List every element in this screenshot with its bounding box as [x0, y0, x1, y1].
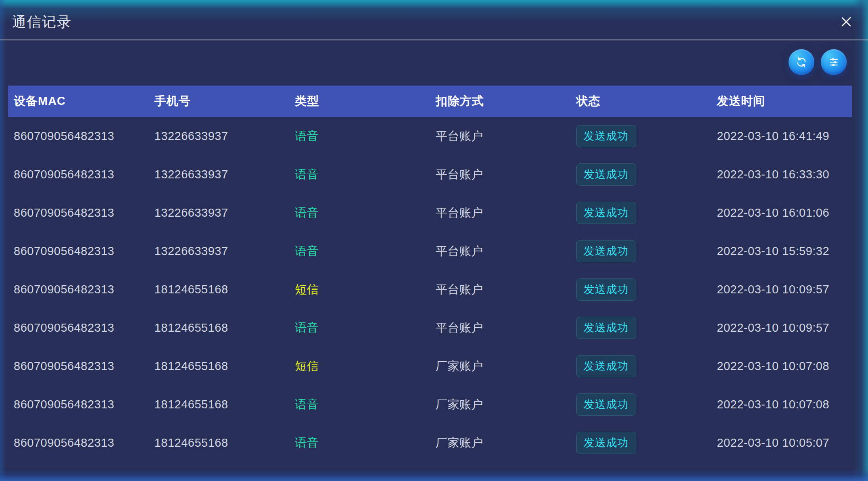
- table-body: 86070905648231313226633937语音平台账户发送成功2022…: [8, 117, 852, 462]
- status-badge: 发送成功: [576, 278, 636, 301]
- cell-device-mac: 860709056482313: [8, 130, 149, 143]
- cell-send-time: 2022-03-10 10:05:07: [711, 436, 852, 450]
- cell-send-time: 2022-03-10 10:09:57: [711, 283, 852, 296]
- cell-deduct-method: 平台账户: [430, 128, 571, 144]
- cell-deduct-method: 厂家账户: [430, 435, 571, 451]
- cell-type: 语音: [289, 435, 430, 451]
- cell-phone: 13226633937: [149, 206, 290, 220]
- cell-device-mac: 860709056482313: [8, 321, 149, 335]
- status-badge: 发送成功: [576, 202, 636, 224]
- cell-send-time: 2022-03-10 15:59:32: [711, 245, 852, 258]
- cell-type: 语音: [289, 167, 430, 183]
- cell-phone: 13226633937: [149, 245, 290, 258]
- modal-title: 通信记录: [12, 13, 72, 31]
- cell-deduct-method: 平台账户: [430, 167, 571, 183]
- cell-send-time: 2022-03-10 10:07:08: [711, 398, 852, 411]
- cell-status: 发送成功: [571, 393, 712, 416]
- cell-deduct-method: 厂家账户: [430, 397, 571, 413]
- cell-phone: 18124655168: [149, 321, 290, 335]
- cell-status: 发送成功: [571, 432, 712, 454]
- cell-type: 语音: [289, 320, 430, 336]
- cell-status: 发送成功: [571, 278, 712, 301]
- cell-phone: 18124655168: [149, 360, 290, 373]
- cell-phone: 18124655168: [149, 283, 290, 296]
- table-row: 86070905648231318124655168短信厂家账户发送成功2022…: [8, 347, 852, 385]
- cell-status: 发送成功: [571, 202, 712, 224]
- table-row: 86070905648231313226633937语音平台账户发送成功2022…: [8, 232, 852, 270]
- cell-device-mac: 860709056482313: [8, 283, 149, 296]
- status-badge: 发送成功: [576, 393, 636, 416]
- cell-deduct-method: 平台账户: [430, 282, 571, 298]
- table-row: 86070905648231313226633937语音平台账户发送成功2022…: [8, 117, 852, 155]
- cell-type: 语音: [289, 243, 430, 259]
- cell-status: 发送成功: [571, 317, 712, 339]
- cell-deduct-method: 平台账户: [430, 243, 571, 259]
- table-row: 86070905648231318124655168语音厂家账户发送成功2022…: [8, 424, 852, 462]
- cell-phone: 18124655168: [149, 398, 290, 411]
- table-row: 86070905648231318124655168语音厂家账户发送成功2022…: [8, 385, 852, 424]
- refresh-icon: [795, 56, 808, 69]
- left-edge-glow: [0, 0, 6, 481]
- cell-send-time: 2022-03-10 16:01:06: [711, 206, 852, 220]
- cell-deduct-method: 厂家账户: [430, 358, 571, 374]
- cell-device-mac: 860709056482313: [8, 360, 149, 373]
- table-row: 86070905648231318124655168短信平台账户发送成功2022…: [8, 270, 852, 309]
- status-badge: 发送成功: [576, 355, 636, 377]
- cell-device-mac: 860709056482313: [8, 398, 149, 411]
- toolbar: [789, 49, 847, 75]
- column-header-time: 发送时间: [711, 93, 852, 109]
- filter-button[interactable]: [821, 49, 847, 75]
- cell-type: 语音: [289, 397, 430, 413]
- column-header-deduct: 扣除方式: [430, 93, 571, 109]
- cell-send-time: 2022-03-10 10:09:57: [711, 321, 852, 335]
- column-header-status: 状态: [571, 93, 712, 109]
- bottom-edge-glow: [0, 469, 868, 481]
- table-row: 86070905648231313226633937语音平台账户发送成功2022…: [8, 155, 852, 194]
- status-badge: 发送成功: [576, 317, 636, 339]
- cell-type: 短信: [289, 282, 430, 298]
- cell-deduct-method: 平台账户: [430, 320, 571, 336]
- communication-records-modal: 通信记录: [0, 0, 868, 481]
- cell-status: 发送成功: [571, 163, 712, 186]
- status-badge: 发送成功: [576, 163, 636, 186]
- cell-type: 语音: [289, 128, 430, 144]
- table-header-row: 设备MAC手机号类型扣除方式状态发送时间: [8, 86, 852, 117]
- status-badge: 发送成功: [576, 240, 636, 262]
- table-row: 86070905648231313226633937语音平台账户发送成功2022…: [8, 194, 852, 232]
- cell-device-mac: 860709056482313: [8, 168, 149, 181]
- cell-status: 发送成功: [571, 355, 712, 377]
- cell-send-time: 2022-03-10 10:07:08: [711, 360, 852, 373]
- status-badge: 发送成功: [576, 125, 636, 147]
- column-header-phone: 手机号: [149, 93, 290, 109]
- cell-phone: 18124655168: [149, 436, 290, 450]
- close-icon: [839, 15, 853, 29]
- table-row: 86070905648231318124655168语音平台账户发送成功2022…: [8, 309, 852, 347]
- column-header-type: 类型: [289, 93, 430, 109]
- modal-titlebar: 通信记录: [0, 0, 868, 40]
- column-header-mac: 设备MAC: [8, 93, 149, 109]
- cell-deduct-method: 平台账户: [430, 205, 571, 221]
- cell-send-time: 2022-03-10 16:41:49: [711, 130, 852, 143]
- refresh-button[interactable]: [789, 49, 814, 75]
- cell-status: 发送成功: [571, 240, 712, 262]
- cell-type: 语音: [289, 205, 430, 221]
- cell-send-time: 2022-03-10 16:33:30: [711, 168, 852, 181]
- cell-phone: 13226633937: [149, 168, 290, 181]
- close-button[interactable]: [837, 13, 855, 31]
- cell-device-mac: 860709056482313: [8, 206, 149, 220]
- cell-device-mac: 860709056482313: [8, 436, 149, 450]
- cell-phone: 13226633937: [149, 130, 290, 143]
- filter-sliders-icon: [827, 56, 840, 69]
- cell-device-mac: 860709056482313: [8, 245, 149, 258]
- cell-type: 短信: [289, 358, 430, 374]
- cell-status: 发送成功: [571, 125, 712, 147]
- right-edge-glow: [853, 0, 868, 481]
- status-badge: 发送成功: [576, 432, 636, 454]
- records-table: 设备MAC手机号类型扣除方式状态发送时间 8607090564823131322…: [8, 86, 852, 462]
